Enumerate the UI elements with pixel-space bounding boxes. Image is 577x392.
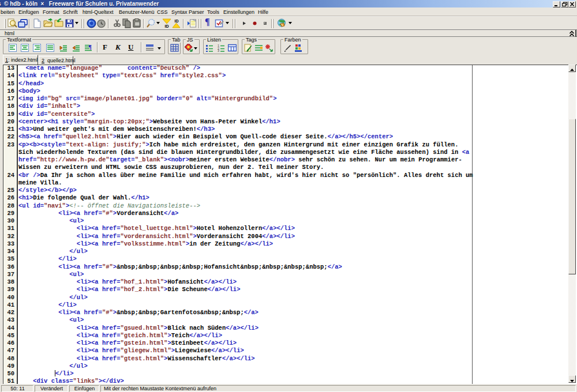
svg-text:¶: ¶ bbox=[89, 44, 92, 50]
svg-text:3: 3 bbox=[218, 49, 219, 52]
svg-text:ID: ID bbox=[175, 19, 179, 23]
svg-text:ID: ID bbox=[165, 24, 169, 28]
